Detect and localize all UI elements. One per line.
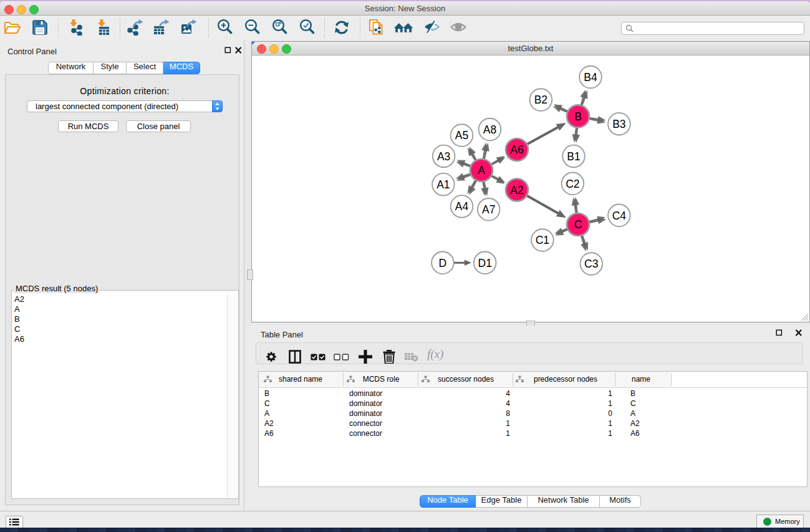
svg-text:A6: A6 — [510, 143, 523, 156]
svg-text:D: D — [439, 257, 447, 269]
svg-text:A: A — [478, 164, 485, 177]
svg-text:A1: A1 — [436, 178, 450, 191]
svg-text:B4: B4 — [584, 71, 597, 84]
svg-text:D1: D1 — [478, 257, 492, 269]
svg-text:C1: C1 — [536, 234, 549, 246]
svg-text:A3: A3 — [437, 150, 450, 163]
svg-text:C: C — [574, 218, 582, 231]
svg-text:B2: B2 — [534, 94, 547, 106]
svg-text:A2: A2 — [510, 184, 523, 196]
svg-text:B3: B3 — [612, 118, 625, 130]
svg-text:A8: A8 — [483, 123, 496, 136]
svg-text:C4: C4 — [612, 210, 627, 222]
svg-text:C3: C3 — [584, 258, 598, 270]
svg-text:A7: A7 — [482, 203, 495, 216]
svg-text:A4: A4 — [455, 200, 469, 213]
svg-text:C2: C2 — [566, 178, 579, 190]
svg-text:A5: A5 — [455, 129, 468, 142]
svg-text:B1: B1 — [567, 150, 580, 163]
svg-text:B: B — [574, 110, 582, 123]
